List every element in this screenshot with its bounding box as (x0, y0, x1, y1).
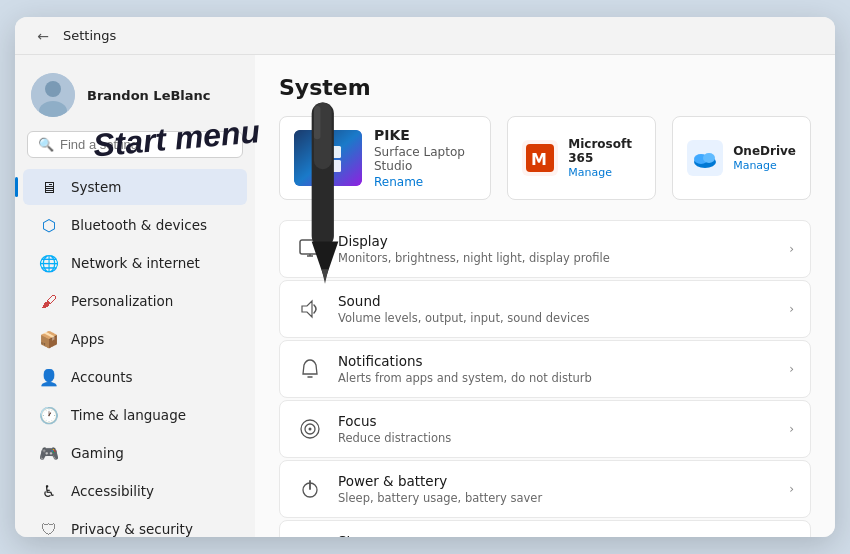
power-name: Power & battery (338, 473, 542, 489)
onedrive-icon (687, 140, 723, 176)
sidebar-item-network[interactable]: 🌐 Network & internet (23, 245, 247, 281)
display-name: Display (338, 233, 610, 249)
settings-item-sound[interactable]: Sound Volume levels, output, input, soun… (279, 280, 811, 338)
settings-item-power[interactable]: Power & battery Sleep, battery usage, ba… (279, 460, 811, 518)
apps-icon: 📦 (39, 329, 59, 349)
svg-point-1 (45, 81, 61, 97)
device-name: PIKE (374, 127, 476, 143)
m365-icon: M (522, 140, 558, 176)
notifications-icon (296, 355, 324, 383)
sidebar-item-label: System (71, 179, 121, 195)
app-card-m365: M Microsoft 365 Manage (507, 116, 656, 200)
sidebar-item-privacy[interactable]: 🛡 Privacy & security (23, 511, 247, 537)
m365-label: Microsoft 365 (568, 137, 641, 165)
storage-name: Storage (338, 533, 578, 537)
svg-point-12 (703, 153, 715, 163)
settings-item-focus[interactable]: Focus Reduce distractions › (279, 400, 811, 458)
focus-desc: Reduce distractions (338, 431, 451, 445)
m365-sublabel[interactable]: Manage (568, 166, 641, 179)
sidebar-item-personalization[interactable]: 🖌 Personalization (23, 283, 247, 319)
notifications-desc: Alerts from apps and system, do not dist… (338, 371, 592, 385)
sidebar-item-label: Personalization (71, 293, 173, 309)
sound-chevron: › (789, 302, 794, 316)
display-desc: Monitors, brightness, night light, displ… (338, 251, 610, 265)
settings-window: ← Settings Brandon LeBlanc 🔍 (15, 17, 835, 537)
personalization-icon: 🖌 (39, 291, 59, 311)
sound-icon (296, 295, 324, 323)
notifications-chevron: › (789, 362, 794, 376)
notifications-text: Notifications Alerts from apps and syste… (338, 353, 592, 385)
svg-text:M: M (531, 150, 547, 169)
device-card: PIKE Surface Laptop Studio Rename (279, 116, 491, 200)
sidebar-item-accessibility[interactable]: ♿ Accessibility (23, 473, 247, 509)
onedrive-sublabel[interactable]: Manage (733, 159, 796, 172)
main-content: System (255, 55, 835, 537)
svg-rect-6 (314, 160, 326, 172)
sidebar-item-gaming[interactable]: 🎮 Gaming (23, 435, 247, 471)
focus-name: Focus (338, 413, 451, 429)
sidebar-item-bluetooth[interactable]: ⬡ Bluetooth & devices (23, 207, 247, 243)
sidebar-item-system[interactable]: 🖥 System (23, 169, 247, 205)
app-card-onedrive: OneDrive Manage (672, 116, 811, 200)
storage-text: Storage Storage space, drives, configura… (338, 533, 578, 537)
sidebar-item-label: Bluetooth & devices (71, 217, 207, 233)
power-text: Power & battery Sleep, battery usage, ba… (338, 473, 542, 505)
sound-text: Sound Volume levels, output, input, soun… (338, 293, 590, 325)
bluetooth-icon: ⬡ (39, 215, 59, 235)
display-text: Display Monitors, brightness, night ligh… (338, 233, 610, 265)
svg-rect-7 (329, 160, 341, 172)
system-icon: 🖥 (39, 177, 59, 197)
device-rename-link[interactable]: Rename (374, 175, 476, 189)
sidebar-item-label: Gaming (71, 445, 124, 461)
power-desc: Sleep, battery usage, battery saver (338, 491, 542, 505)
svg-rect-4 (314, 146, 326, 158)
settings-item-storage[interactable]: Storage Storage space, drives, configura… (279, 520, 811, 537)
device-row: PIKE Surface Laptop Studio Rename M (279, 116, 811, 200)
focus-text: Focus Reduce distractions (338, 413, 451, 445)
svg-point-20 (309, 428, 312, 431)
privacy-icon: 🛡 (39, 519, 59, 537)
onedrive-label: OneDrive (733, 144, 796, 158)
sound-desc: Volume levels, output, input, sound devi… (338, 311, 590, 325)
accounts-icon: 👤 (39, 367, 59, 387)
svg-marker-16 (302, 301, 312, 317)
network-icon: 🌐 (39, 253, 59, 273)
user-profile: Brandon LeBlanc (15, 63, 255, 131)
titlebar: ← Settings (15, 17, 835, 55)
focus-chevron: › (789, 422, 794, 436)
page-title: System (279, 75, 811, 100)
avatar (31, 73, 75, 117)
sidebar-item-label: Accessibility (71, 483, 154, 499)
sidebar-item-apps[interactable]: 📦 Apps (23, 321, 247, 357)
device-info: PIKE Surface Laptop Studio Rename (374, 127, 476, 189)
m365-info: Microsoft 365 Manage (568, 137, 641, 179)
display-icon (296, 235, 324, 263)
sidebar-item-label: Accounts (71, 369, 133, 385)
search-input[interactable] (60, 137, 232, 152)
power-chevron: › (789, 482, 794, 496)
sidebar: Brandon LeBlanc 🔍 🖥 System ⬡ Bluetooth &… (15, 55, 255, 537)
sidebar-item-time[interactable]: 🕐 Time & language (23, 397, 247, 433)
sidebar-item-label: Apps (71, 331, 104, 347)
device-model: Surface Laptop Studio (374, 145, 476, 173)
sidebar-item-label: Network & internet (71, 255, 200, 271)
storage-icon (296, 535, 324, 537)
display-chevron: › (789, 242, 794, 256)
svg-rect-13 (300, 240, 320, 254)
settings-list: Display Monitors, brightness, night ligh… (279, 220, 811, 537)
focus-icon (296, 415, 324, 443)
power-icon (296, 475, 324, 503)
search-icon: 🔍 (38, 137, 54, 152)
back-button[interactable]: ← (31, 24, 55, 48)
device-thumbnail (294, 130, 362, 186)
search-box[interactable]: 🔍 (27, 131, 243, 158)
sidebar-item-accounts[interactable]: 👤 Accounts (23, 359, 247, 395)
settings-item-display[interactable]: Display Monitors, brightness, night ligh… (279, 220, 811, 278)
svg-rect-5 (329, 146, 341, 158)
settings-item-notifications[interactable]: Notifications Alerts from apps and syste… (279, 340, 811, 398)
onedrive-info: OneDrive Manage (733, 144, 796, 172)
gaming-icon: 🎮 (39, 443, 59, 463)
time-icon: 🕐 (39, 405, 59, 425)
accessibility-icon: ♿ (39, 481, 59, 501)
sound-name: Sound (338, 293, 590, 309)
